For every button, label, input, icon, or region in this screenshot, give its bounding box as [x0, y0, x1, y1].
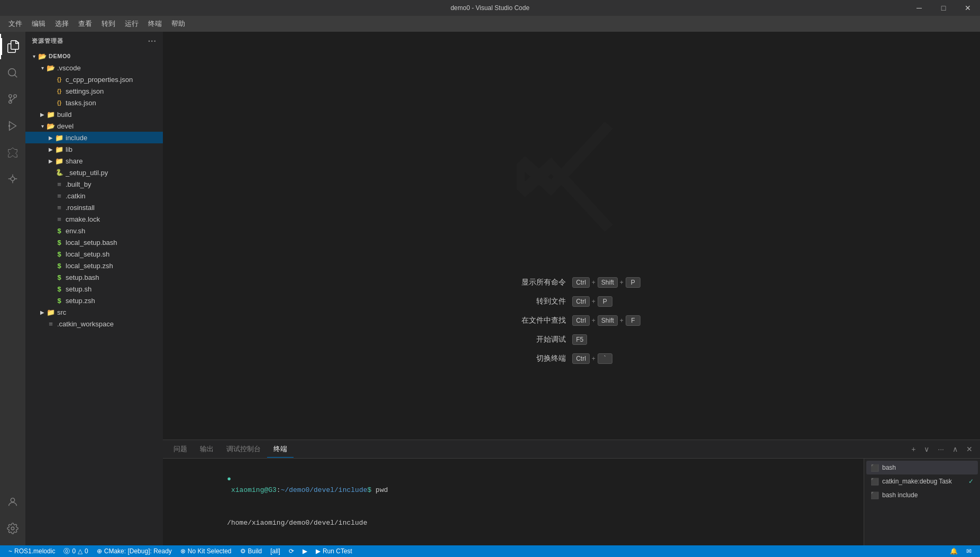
tree-arrow-env_sh — [47, 226, 55, 235]
files-icon — [7, 40, 20, 53]
menu-item-编辑[interactable]: 编辑 — [28, 17, 50, 31]
file-tree: ▾📂DEMO0▾📂.vscode{}c_cpp_properties.json{… — [25, 50, 163, 545]
panel-close[interactable]: ✕ — [963, 444, 976, 454]
tree-item-_rosinstall[interactable]: ≡.rosinstall — [25, 202, 163, 213]
menu-item-终端[interactable]: 终端 — [144, 17, 166, 31]
tree-item-include[interactable]: ▶📁include — [25, 132, 163, 143]
key-plus-1a: + — [592, 279, 596, 286]
activity-settings[interactable] — [0, 516, 25, 541]
panel-collapse[interactable]: ∧ — [949, 444, 961, 454]
term-line-3: ○ xiaoming@G3:~/demo0/devel/include$ — [169, 540, 857, 545]
term-instance-bash2[interactable]: ⬛ bash include — [866, 488, 978, 502]
tree-item-cmake_lock[interactable]: ≡cmake.lock — [25, 213, 163, 225]
tree-item-lib[interactable]: ▶📁lib — [25, 143, 163, 155]
tree-arrow-include: ▶ — [47, 133, 55, 142]
tree-label-include: include — [66, 134, 163, 142]
tree-item-devel[interactable]: ▾📂devel — [25, 120, 163, 132]
tree-item-share[interactable]: ▶📁share — [25, 155, 163, 167]
status-errors[interactable]: ⓪ 0 △ 0 — [59, 545, 92, 557]
tree-item-settings[interactable]: {}settings.json — [25, 85, 163, 97]
tree-label-local_setup_sh: local_setup.sh — [66, 250, 163, 258]
activity-account[interactable] — [0, 489, 25, 515]
shortcut-label-2: 转到文件 — [502, 297, 566, 306]
term-cmd-1: pwd — [371, 486, 388, 494]
activity-run[interactable] — [0, 113, 25, 139]
menu-item-查看[interactable]: 查看 — [74, 17, 96, 31]
tree-item-local_setup_sh[interactable]: $local_setup.sh — [25, 248, 163, 260]
status-run[interactable]: ▶ — [298, 545, 312, 557]
svg-point-1 — [8, 125, 11, 127]
svg-marker-0 — [10, 122, 16, 131]
tree-item-_catkin[interactable]: ≡.catkin — [25, 190, 163, 202]
tree-item-tasks[interactable]: {}tasks.json — [25, 97, 163, 108]
status-build[interactable]: ⚙ Build — [236, 545, 267, 557]
tree-arrow-cmake_lock — [47, 215, 55, 223]
status-ctest[interactable]: ▶ Run CTest — [312, 545, 356, 557]
ros-icon — [7, 173, 19, 185]
tree-icon-c_cpp_properties: {} — [55, 75, 63, 84]
close-button[interactable]: ✕ — [956, 0, 980, 16]
status-notifications[interactable]: 🔔 — [946, 545, 962, 557]
account-icon — [7, 496, 19, 508]
tree-item-setup_bash[interactable]: $setup.bash — [25, 271, 163, 283]
menu-item-帮助[interactable]: 帮助 — [167, 17, 189, 31]
tree-arrow-tasks — [47, 98, 55, 107]
menu-item-运行[interactable]: 运行 — [121, 17, 143, 31]
tree-item-env_sh[interactable]: $env.sh — [25, 225, 163, 236]
panel-split[interactable]: ∨ — [921, 444, 932, 454]
tree-arrow-src: ▶ — [38, 308, 47, 316]
activity-source-control[interactable] — [0, 87, 25, 112]
key-plus-1b: + — [620, 279, 624, 286]
tree-item-demo0[interactable]: ▾📂DEMO0 — [25, 50, 163, 62]
tree-item-vscode[interactable]: ▾📂.vscode — [25, 62, 163, 74]
tree-icon-setup_zsh: $ — [55, 296, 63, 305]
status-all[interactable]: [all] — [266, 545, 285, 557]
minimize-button[interactable]: ─ — [907, 0, 931, 16]
tree-item-setup_sh[interactable]: $setup.sh — [25, 283, 163, 295]
editor-area: 显示所有命令 Ctrl + Shift + P 转到文件 Ctr — [163, 32, 980, 545]
terminal-content[interactable]: ● xiaoming@G3:~/demo0/devel/include$ pwd… — [163, 459, 864, 545]
status-cmake[interactable]: ⊕ CMake: [Debug]: Ready — [93, 545, 176, 557]
tree-item-c_cpp_properties[interactable]: {}c_cpp_properties.json — [25, 74, 163, 85]
term-instance-catkin[interactable]: ⬛ catkin_make:debug Task ✓ — [866, 474, 978, 488]
status-error-icon: ⓪ — [63, 547, 70, 556]
status-ros-text: ROS1.melodic — [14, 547, 55, 555]
tree-arrow-_rosinstall — [47, 203, 55, 212]
panel-new-terminal[interactable]: + — [908, 444, 919, 454]
term-instance-bash1[interactable]: ⬛ bash — [866, 461, 978, 474]
tree-item-src[interactable]: ▶📁src — [25, 306, 163, 318]
activity-ros[interactable] — [0, 166, 25, 191]
status-warn-count: 0 — [85, 547, 88, 555]
status-build-icon: ⚙ — [240, 547, 246, 555]
status-right: 🔔 ✉ — [946, 545, 976, 557]
tree-item-_built_by[interactable]: ≡.built_by — [25, 178, 163, 190]
sidebar-more-options[interactable]: ··· — [148, 36, 157, 46]
tree-item-local_setup_zsh[interactable]: $local_setup.zsh — [25, 260, 163, 271]
window-controls[interactable]: ─ □ ✕ — [907, 0, 980, 16]
activity-explorer[interactable] — [0, 34, 25, 59]
activity-search[interactable] — [0, 60, 25, 86]
tab-problems[interactable]: 问题 — [167, 441, 194, 458]
tree-label-local_setup_bash: local_setup.bash — [66, 239, 163, 246]
tree-item-setup_zsh[interactable]: $setup.zsh — [25, 295, 163, 306]
menu-item-文件[interactable]: 文件 — [4, 17, 26, 31]
tab-terminal[interactable]: 终端 — [267, 441, 294, 458]
activity-extensions[interactable] — [0, 140, 25, 165]
tree-item-_setup_util_py[interactable]: 🐍_setup_util.py — [25, 167, 163, 178]
status-ros[interactable]: ~ ROS1.melodic — [4, 545, 59, 557]
term-colon-1: : — [277, 486, 281, 494]
tab-output[interactable]: 输出 — [194, 441, 220, 458]
tree-item-local_setup_bash[interactable]: $local_setup.bash — [25, 236, 163, 248]
menu-item-选择[interactable]: 选择 — [51, 17, 73, 31]
tree-arrow-local_setup_zsh — [47, 261, 55, 270]
tab-debug-console[interactable]: 调试控制台 — [220, 441, 267, 458]
status-nokit[interactable]: ⊗ No Kit Selected — [176, 545, 236, 557]
tree-item-_catkin_workspace[interactable]: ≡.catkin_workspace — [25, 318, 163, 330]
menu-item-转到[interactable]: 转到 — [97, 17, 120, 31]
tree-icon-vscode: 📂 — [47, 63, 55, 72]
maximize-button[interactable]: □ — [931, 0, 956, 16]
status-cmake-refresh[interactable]: ⟳ — [285, 545, 298, 557]
status-feedback[interactable]: ✉ — [962, 545, 976, 557]
panel-more[interactable]: ··· — [935, 444, 947, 454]
tree-item-build[interactable]: ▶📁build — [25, 108, 163, 120]
